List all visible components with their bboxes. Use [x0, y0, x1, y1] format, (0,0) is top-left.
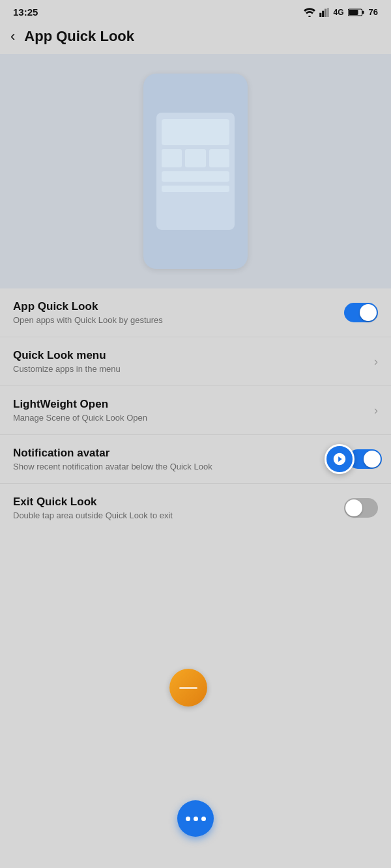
back-button[interactable]: ‹ — [10, 28, 15, 45]
app-quick-look-toggle[interactable] — [344, 303, 378, 322]
setting-text: Exit Quick Look Double tap area outside … — [13, 496, 344, 520]
setting-desc: Customize apps in the menu — [13, 364, 374, 374]
toggle-knob — [360, 304, 377, 321]
status-icons: 4G 76 — [304, 7, 378, 17]
fab-dot — [194, 817, 198, 821]
setting-desc: Show recent notification avatar below th… — [13, 462, 339, 471]
svg-rect-0 — [319, 12, 321, 16]
chevron-right-icon: › — [374, 404, 378, 417]
screen-grid-item — [162, 149, 182, 167]
screen-row — [162, 171, 229, 182]
setting-desc: Manage Scene of Quick Look Open — [13, 413, 374, 423]
gesture-indicator[interactable] — [169, 669, 207, 707]
gesture-line — [179, 687, 197, 689]
setting-desc: Double tap area outside Quick Look to ex… — [13, 511, 344, 520]
phone-mockup — [143, 74, 248, 269]
navigation-arrow-button[interactable] — [325, 444, 355, 474]
setting-right — [344, 498, 378, 518]
svg-rect-3 — [326, 8, 328, 17]
setting-title: LightWeight Open — [13, 398, 374, 411]
exit-quick-look-toggle[interactable] — [344, 498, 378, 518]
screen-top-bar — [162, 119, 229, 145]
setting-item-quick-look-menu[interactable]: Quick Look menu Customize apps in the me… — [0, 337, 391, 386]
fab-dots — [186, 817, 206, 821]
preview-section — [0, 54, 391, 288]
setting-text: LightWeight Open Manage Scene of Quick L… — [13, 398, 374, 423]
setting-item-app-quick-look[interactable]: App Quick Look Open apps with Quick Look… — [0, 288, 391, 337]
svg-rect-1 — [322, 10, 324, 16]
setting-right — [344, 303, 378, 322]
svg-rect-5 — [362, 10, 364, 13]
status-bar: 13:25 4G 76 — [0, 0, 391, 21]
signal-icon — [319, 8, 330, 17]
setting-text: App Quick Look Open apps with Quick Look… — [13, 300, 344, 325]
setting-title: Exit Quick Look — [13, 496, 344, 509]
svg-rect-6 — [349, 10, 358, 15]
fab-dot — [186, 817, 190, 821]
setting-text: Notification avatar Show recent notifica… — [13, 447, 339, 471]
arrow-icon — [332, 452, 347, 466]
setting-text: Quick Look menu Customize apps in the me… — [13, 349, 374, 374]
chevron-right-icon: › — [374, 355, 378, 369]
setting-title: App Quick Look — [13, 300, 344, 313]
toggle-knob — [345, 499, 362, 516]
header: ‹ App Quick Look — [0, 21, 391, 54]
svg-rect-2 — [325, 8, 326, 16]
settings-list: App Quick Look Open apps with Quick Look… — [0, 288, 391, 532]
4g-label: 4G — [334, 8, 344, 17]
notif-avatar-controls — [325, 444, 382, 474]
toggle-knob — [364, 451, 381, 468]
battery-level: 76 — [369, 7, 378, 17]
fab-more-options[interactable] — [177, 800, 214, 837]
screen-grid-item — [209, 149, 229, 167]
screen-grid — [162, 149, 229, 167]
setting-item-lightweight-open[interactable]: LightWeight Open Manage Scene of Quick L… — [0, 386, 391, 435]
setting-title: Quick Look menu — [13, 349, 374, 362]
battery-icon — [348, 8, 365, 17]
phone-screen — [156, 113, 235, 230]
page-title: App Quick Look — [24, 28, 134, 45]
setting-item-exit-quick-look[interactable]: Exit Quick Look Double tap area outside … — [0, 484, 391, 532]
setting-item-notification-avatar[interactable]: Notification avatar Show recent notifica… — [0, 435, 391, 484]
fab-dot — [201, 817, 206, 821]
setting-desc: Open apps with Quick Look by gestures — [13, 315, 344, 325]
setting-title: Notification avatar — [13, 447, 339, 460]
wifi-icon — [304, 8, 315, 17]
setting-right: › — [374, 355, 378, 369]
screen-row-small — [162, 186, 229, 192]
status-time: 13:25 — [13, 7, 38, 18]
screen-grid-item — [185, 149, 205, 167]
setting-right: › — [374, 404, 378, 417]
